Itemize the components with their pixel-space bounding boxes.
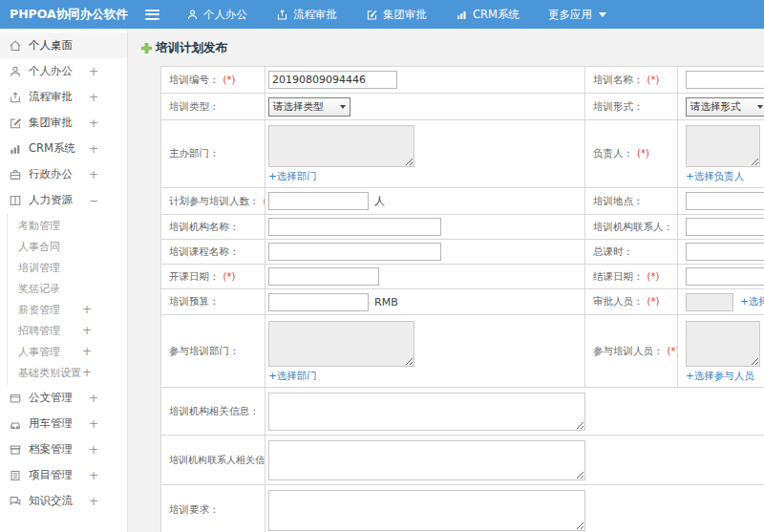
form-row: 参与培训部门： +选择部门 参与培训人员：(*) +选择参与人员 <box>161 315 764 388</box>
chat-icon <box>9 495 22 508</box>
sidebar-subitem-personnel[interactable]: 人事管理 + <box>8 341 127 362</box>
sidebar-item-label: 知识交流 <box>29 494 73 508</box>
select-leader-link[interactable]: +选择负责人 <box>686 170 744 183</box>
sidebar-item-label: 考勤管理 <box>18 219 60 233</box>
location-input[interactable] <box>686 192 764 210</box>
sidebar-subitem-hr-contract[interactable]: 人事合同 <box>8 236 127 257</box>
expand-toggle[interactable]: + <box>89 168 98 181</box>
budget-input[interactable] <box>268 293 369 311</box>
approver-input[interactable] <box>686 293 733 311</box>
sidebar-subitem-base-category[interactable]: 基础类别设置 + <box>8 362 127 383</box>
sidebar-item-label: 人事管理 <box>18 345 60 359</box>
sidebar-item-projects[interactable]: 项目管理 + <box>0 462 127 488</box>
select-approver-link[interactable]: +选择审批人员 <box>740 295 764 309</box>
select-arrow-icon <box>340 105 346 109</box>
nav-crm-system[interactable]: CRM系统 <box>456 8 520 22</box>
sidebar-item-label: 人力资源 <box>29 193 73 207</box>
sidebar-item-label: 档案管理 <box>29 442 73 457</box>
nav-label: 更多应用 <box>548 8 592 22</box>
expand-toggle[interactable]: + <box>89 142 98 156</box>
workflow-icon <box>276 9 288 21</box>
nav-personal-office[interactable]: 个人办公 <box>186 8 247 22</box>
sidebar-item-vehicle[interactable]: 用车管理 + <box>0 411 127 436</box>
sidebar-item-label: 薪资管理 <box>18 303 60 317</box>
requirements-textarea[interactable] <box>268 490 585 531</box>
planned-count-input[interactable] <box>268 192 369 210</box>
form-row: 培训课程名称： 总课时： <box>161 240 764 265</box>
sidebar-item-human-resources[interactable]: 人力资源 − <box>0 187 127 213</box>
sidebar-item-label: 培训管理 <box>18 261 60 275</box>
course-name-input[interactable] <box>268 243 441 261</box>
join-dept-box[interactable] <box>268 321 414 367</box>
sidebar-item-archives[interactable]: 档案管理 + <box>0 436 127 462</box>
bar-chart-icon <box>9 142 22 156</box>
expand-toggle[interactable]: + <box>82 345 92 358</box>
sidebar-subitem-salary[interactable]: 薪资管理 + <box>8 299 127 320</box>
training-name-input[interactable] <box>686 71 764 89</box>
training-form-select[interactable]: 请选择形式 <box>686 97 764 117</box>
expand-toggle[interactable]: + <box>89 392 98 405</box>
end-date-input[interactable] <box>686 267 764 286</box>
top-bar: PHPOA协同办公软件 个人办公 流程审批 集团审批 CRM系统 <box>0 0 764 29</box>
training-no-input[interactable] <box>268 71 397 89</box>
total-hours-input[interactable] <box>686 243 764 261</box>
sidebar-item-label: 项目管理 <box>29 468 73 482</box>
sidebar-item-workflow-approval[interactable]: 流程审批 + <box>0 84 127 110</box>
select-arrow-icon <box>757 105 763 109</box>
sidebar-item-label: 奖惩记录 <box>18 282 60 296</box>
select-dept-link[interactable]: +选择部门 <box>268 170 317 183</box>
select-dept-link[interactable]: +选择部门 <box>268 370 317 383</box>
org-info-textarea[interactable] <box>268 393 585 431</box>
sidebar-item-label: CRM系统 <box>29 141 75 156</box>
top-nav: 个人办公 流程审批 集团审批 CRM系统 更多应用 <box>186 8 606 22</box>
training-no-label: 培训编号：(*) <box>161 67 265 94</box>
home-icon <box>9 39 22 53</box>
org-contact-info-label: 培训机构联系人相关信息： <box>161 436 265 485</box>
org-name-input[interactable] <box>268 218 441 236</box>
nav-workflow-approval[interactable]: 流程审批 <box>276 8 337 22</box>
expand-toggle[interactable]: + <box>89 495 98 508</box>
required-mark: (*) <box>647 271 660 282</box>
start-date-label: 开课日期：(*) <box>161 265 265 289</box>
collapse-toggle[interactable]: − <box>89 194 98 207</box>
expand-toggle[interactable]: + <box>89 469 98 482</box>
sidebar-item-group-approval[interactable]: 集团审批 + <box>0 110 127 136</box>
sidebar-item-personal-desktop[interactable]: 个人桌面 <box>0 32 127 58</box>
start-date-input[interactable] <box>268 267 379 286</box>
sidebar-subitem-training[interactable]: 培训管理 <box>8 257 127 278</box>
nav-more-apps[interactable]: 更多应用 <box>548 8 606 22</box>
sidebar-subitem-rewards[interactable]: 奖惩记录 <box>8 278 127 299</box>
training-type-select[interactable]: 请选择类型 <box>268 97 350 117</box>
host-dept-box[interactable] <box>268 125 414 167</box>
sidebar-item-official-docs[interactable]: 公文管理 + <box>0 385 127 411</box>
sidebar-item-knowledge-exchange[interactable]: 知识交流 + <box>0 488 127 514</box>
org-contact-info-textarea[interactable] <box>268 440 585 480</box>
sidebar-subitem-attendance[interactable]: 考勤管理 <box>8 215 127 236</box>
expand-toggle[interactable]: + <box>89 91 98 104</box>
expand-toggle[interactable]: + <box>82 366 92 379</box>
sidebar-subitem-recruiting[interactable]: 招聘管理 + <box>8 320 127 341</box>
sidebar-item-crm-system[interactable]: CRM系统 + <box>0 136 127 161</box>
expand-toggle[interactable]: + <box>89 65 98 78</box>
expand-toggle[interactable]: + <box>89 443 98 457</box>
requirements-label: 培训要求： <box>161 485 265 532</box>
expand-toggle[interactable]: + <box>89 117 98 130</box>
leader-box[interactable] <box>686 125 760 167</box>
sidebar-item-personal-office[interactable]: 个人办公 + <box>0 58 127 84</box>
sidebar-item-admin-office[interactable]: 行政办公 + <box>0 161 127 187</box>
location-label: 培训地点： <box>585 188 678 215</box>
form-row: 培训机构名称： 培训机构联系人： <box>161 215 764 240</box>
expand-toggle[interactable]: + <box>82 303 92 316</box>
join-people-box[interactable] <box>686 321 760 367</box>
org-contact-input[interactable] <box>686 218 764 236</box>
nav-group-approval[interactable]: 集团审批 <box>366 8 427 22</box>
training-plan-form: 培训编号：(*) 培训名称：(*) 培训类型： 请选择类型 培训形式： 请选择形… <box>160 66 764 532</box>
expand-toggle[interactable]: + <box>82 324 92 337</box>
form-row: 培训机构相关信息： <box>161 388 764 436</box>
expand-toggle[interactable]: + <box>89 417 98 431</box>
user-icon <box>9 65 22 78</box>
hamburger-menu-icon[interactable] <box>145 10 159 20</box>
car-icon <box>9 417 22 431</box>
required-mark: (*) <box>223 74 236 85</box>
select-join-people-link[interactable]: +选择参与人员 <box>686 370 754 383</box>
